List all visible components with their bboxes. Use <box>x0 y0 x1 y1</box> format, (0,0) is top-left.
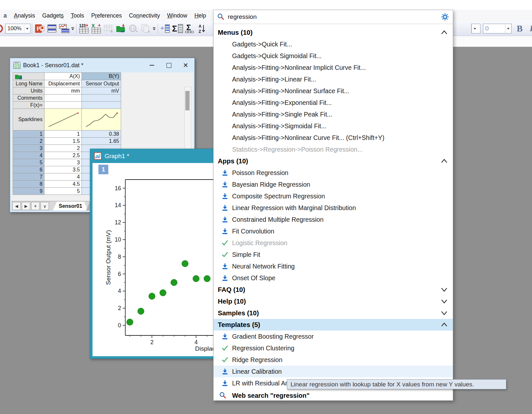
graph-page[interactable]: 1 024681012141624Sensor Output (mV)Displ… <box>93 163 214 356</box>
menu-item-window[interactable]: Window <box>164 12 191 19</box>
tab-next-button[interactable]: ▶ <box>22 202 30 210</box>
search-bar[interactable]: regression <box>214 10 453 24</box>
row-number[interactable]: 5 <box>13 159 44 166</box>
result-item-analysis-fitting-linear-fit[interactable]: Analysis->Fitting->Linear Fit... <box>214 73 453 85</box>
result-item-analysis-fitting-exponential-fit[interactable]: Analysis->Fitting->Exponential Fit... <box>214 97 453 108</box>
menu-item-a[interactable]: a <box>0 12 10 19</box>
section-header-templates[interactable]: Templates (5) <box>214 319 453 331</box>
layer-1-button[interactable]: 1 <box>98 165 108 174</box>
menu-item-tools[interactable]: Tools <box>67 12 88 19</box>
data-cell-a[interactable]: 3.5 <box>44 166 82 173</box>
web-search-row[interactable]: Web search "regression" <box>214 389 453 400</box>
result-item-poisson-regression[interactable]: Poisson Regression <box>214 167 453 179</box>
search-query[interactable]: regression <box>228 13 257 20</box>
menu-item-preferences[interactable]: Preferences <box>88 12 125 19</box>
row-number[interactable]: 7 <box>13 173 44 181</box>
tab-prev-button[interactable]: ◀ <box>12 202 21 210</box>
meta-cell[interactable] <box>44 102 82 109</box>
minimize-button[interactable] <box>148 62 155 69</box>
row-number[interactable]: 9 <box>13 188 44 195</box>
row-number[interactable]: 3 <box>13 145 44 152</box>
worksheet-titlebar[interactable]: A B C Book1 - Sensor01.dat * ✕ <box>10 58 194 72</box>
result-item-onset-of-slope[interactable]: Onset Of Slope <box>214 272 453 284</box>
sheet-tab-sensor01[interactable]: Sensor01 <box>53 202 88 210</box>
graph-window[interactable]: Graph1 * 1 024681012141624Sensor Output … <box>90 149 215 359</box>
result-item-gradient-boosting-regressor[interactable]: Gradient Boosting Regressor <box>214 331 453 342</box>
meta-cell[interactable] <box>44 94 82 102</box>
chevron-up-icon[interactable] <box>440 29 448 36</box>
zoom-combo[interactable]: 100% <box>5 24 31 33</box>
toolbar-overflow-icon[interactable] <box>152 23 156 34</box>
data-cell-a[interactable]: 3 <box>44 159 82 166</box>
result-item-gadgets-quick-sigmoidal-fit[interactable]: Gadgets->Quick Sigmoidal Fit... <box>214 50 453 62</box>
font-size-combo[interactable]: 0 <box>483 24 512 33</box>
bold-button[interactable]: B <box>514 24 525 34</box>
result-item-analysis-fitting-nonlinear-implicit-curve-fit[interactable]: Analysis->Fitting->Nonlinear Implicit Cu… <box>214 62 453 73</box>
result-item-bayesian-ridge-regression[interactable]: Bayesian Ridge Regression <box>214 179 453 190</box>
result-item-regression-clustering[interactable]: Regression Clustering <box>214 342 453 354</box>
scrollbar-thumb[interactable] <box>185 91 190 110</box>
result-item-neural-network-fitting[interactable]: Neural Network Fitting <box>214 260 453 272</box>
graph-table-layout-icon[interactable] <box>58 22 70 35</box>
data-cell-a[interactable]: 4.5 <box>44 181 82 188</box>
chevron-down-icon[interactable] <box>440 298 448 305</box>
data-cell-a[interactable]: 2.5 <box>44 152 82 159</box>
row-number[interactable]: 4 <box>13 152 44 159</box>
meta-cell[interactable] <box>82 102 121 109</box>
data-cell-a[interactable]: 2 <box>44 145 82 152</box>
font-size-combo-arrow[interactable] <box>505 24 511 33</box>
clipped-combo-arrow[interactable] <box>472 24 478 33</box>
column-header-a[interactable]: A(X) <box>44 73 82 80</box>
import-wizard-icon[interactable] <box>115 22 127 35</box>
data-cell-b[interactable]: 0.38 <box>82 131 121 138</box>
gear-icon[interactable] <box>441 13 449 21</box>
row-statistics-icon[interactable]: Σ <box>184 22 196 35</box>
section-header-help[interactable]: Help (10) <box>214 295 453 307</box>
result-item-fit-convolution[interactable]: Fit Convolution <box>214 225 453 237</box>
chevron-down-icon[interactable] <box>440 310 448 316</box>
meta-cell[interactable]: Displacement <box>44 80 82 87</box>
meta-cell[interactable]: Sensor Output <box>82 80 121 87</box>
layout-panels-icon[interactable] <box>46 22 58 35</box>
chevron-down-icon[interactable] <box>440 286 448 293</box>
section-header-samples[interactable]: Samples (10) <box>214 307 453 319</box>
menu-item-analysis[interactable]: Analysis <box>10 12 39 19</box>
result-item-constrained-multiple-regression[interactable]: Constrained Multiple Regression <box>214 214 453 225</box>
tab-add-button[interactable]: + <box>31 202 40 210</box>
data-cell-a[interactable]: 1.5 <box>44 138 82 145</box>
result-item-logistic-regression[interactable]: Logistic Regression <box>214 237 453 249</box>
powerpoint-export-icon[interactable]: P <box>33 22 46 35</box>
result-item-analysis-fitting-sigmoidal-fit[interactable]: Analysis->Fitting->Sigmoidal Fit... <box>214 120 453 132</box>
data-cell-a[interactable]: 5 <box>44 188 82 195</box>
result-item-analysis-fitting-nonlinear-curve-fit-ctrl-shift-y[interactable]: Analysis->Fitting->Nonlinear Curve Fit..… <box>214 132 453 144</box>
column-header-b[interactable]: B(Y) <box>82 73 121 80</box>
meta-cell[interactable]: mm <box>44 87 82 94</box>
result-item-linear-regression-with-marginal-distribution[interactable]: Linear Regression with Marginal Distribu… <box>214 202 453 214</box>
section-header-faq[interactable]: FAQ (10) <box>214 284 453 295</box>
row-number[interactable]: 8 <box>13 181 44 188</box>
result-item-ridge-regression[interactable]: Ridge Regression <box>214 354 453 366</box>
result-item-simple-fit[interactable]: Simple Fit <box>214 249 453 260</box>
meta-cell[interactable]: mV <box>82 87 121 94</box>
menu-item-connectivity[interactable]: Connectivity <box>125 12 163 19</box>
chevron-up-icon[interactable] <box>440 321 448 328</box>
row-number[interactable]: 1 <box>13 131 44 138</box>
result-item-analysis-fitting-single-peak-fit[interactable]: Analysis->Fitting->Single Peak Fit... <box>214 108 453 120</box>
result-item-linear-calibration[interactable]: Linear Calibration <box>214 366 453 377</box>
row-number[interactable]: 6 <box>13 166 44 173</box>
italic-button[interactable]: I <box>530 24 532 33</box>
column-statistics-icon[interactable]: Σ <box>172 22 184 35</box>
sort-icon[interactable]: AZ <box>196 22 209 35</box>
maximize-button[interactable] <box>165 62 172 69</box>
chevron-up-icon[interactable] <box>440 158 448 164</box>
add-column-icon[interactable]: + <box>159 22 172 35</box>
result-item-gadgets-quick-fit[interactable]: Gadgets->Quick Fit... <box>214 38 453 50</box>
result-item-statistics-regression-poisson-regression[interactable]: Statistics->Regression->Poisson Regressi… <box>214 144 453 155</box>
data-cell-b[interactable]: 1.65 <box>82 138 121 145</box>
data-cell-a[interactable]: 1 <box>44 131 82 138</box>
section-header-menus[interactable]: Menus (10) <box>214 27 453 38</box>
row-number[interactable]: 2 <box>13 138 44 145</box>
meta-cell[interactable] <box>82 94 121 102</box>
menu-item-help[interactable]: Help <box>191 12 210 19</box>
import-excel-icon[interactable]: X <box>90 22 103 35</box>
